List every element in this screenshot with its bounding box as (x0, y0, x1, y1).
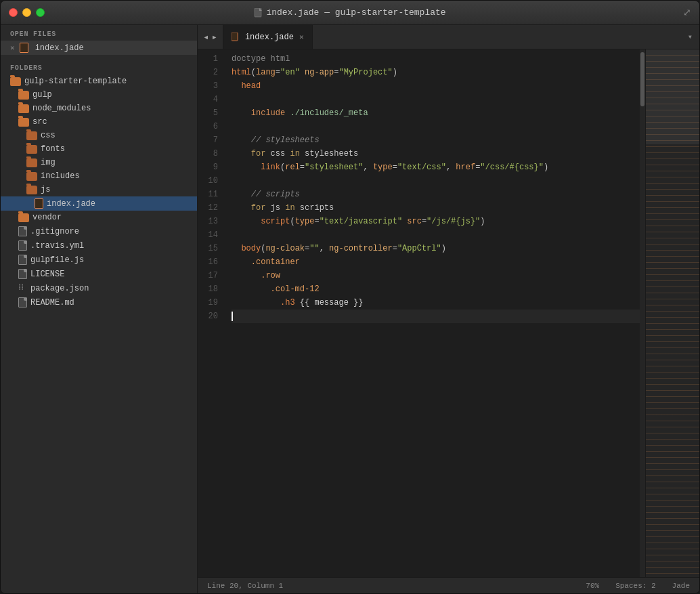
folder-root[interactable]: gulp-starter-template (1, 75, 197, 88)
folder-gulp[interactable]: gulp (1, 88, 197, 102)
code-editor[interactable]: doctype html html(lang="en" ng-app="MyPr… (225, 49, 640, 577)
tab-index-jade[interactable]: index.jade ✕ (223, 25, 313, 49)
pkg-icon: ⁞⁞ (18, 283, 27, 293)
folder-label: img (41, 158, 56, 167)
line-num: 7 (198, 133, 218, 147)
line-num: 2 (198, 66, 218, 79)
window-frame: index.jade — gulp-starter-template ⤢ OPE… (0, 0, 700, 594)
folder-label: js (41, 185, 50, 194)
line-num: 9 (198, 161, 218, 174)
file-index-jade[interactable]: index.jade (1, 196, 197, 211)
svg-rect-2 (232, 33, 238, 41)
code-line-3: head (232, 79, 640, 93)
file-license[interactable]: LICENSE (1, 267, 197, 281)
main-area: OPEN FILES ✕ index.jade FOLDERS gulp-sta… (1, 25, 699, 593)
minimap[interactable] (645, 49, 699, 577)
file-icon (18, 269, 27, 279)
code-line-19: .h3 {{ message }} (232, 296, 640, 310)
maximize-button[interactable] (36, 8, 45, 17)
folder-icon (18, 91, 29, 100)
folder-js[interactable]: js (1, 183, 197, 196)
file-icon (254, 8, 263, 18)
file-package-json[interactable]: ⁞⁞ package.json (1, 281, 197, 295)
file-label: .gitignore (30, 227, 79, 236)
code-line-14 (232, 228, 640, 242)
file-label: index.jade (47, 199, 95, 209)
status-bar: Line 20, Column 1 70% Spaces: 2 Jade (198, 577, 699, 593)
folders-section: FOLDERS gulp-starter-template gulp node_… (1, 59, 197, 310)
jade-file-icon (20, 43, 28, 53)
line-num: 16 (198, 255, 218, 269)
tab-right-arrow[interactable]: ▸ (211, 31, 217, 43)
folder-label: fonts (41, 144, 65, 154)
folder-src[interactable]: src (1, 115, 197, 129)
line-num: 15 (198, 242, 218, 255)
folder-icon (18, 213, 29, 222)
code-line-4 (232, 93, 640, 106)
cursor (232, 312, 233, 321)
code-line-12: for js in scripts (232, 201, 640, 215)
minimap-highlight (646, 49, 699, 144)
folder-label: node_modules (32, 104, 91, 113)
code-line-9: link(rel="stylesheet", type="text/css", … (232, 161, 640, 174)
line-num: 10 (198, 174, 218, 188)
file-readme[interactable]: README.md (1, 295, 197, 310)
line-num: 20 (198, 310, 218, 323)
line-num: 11 (198, 188, 218, 201)
folder-includes[interactable]: includes (1, 169, 197, 183)
file-icon (18, 297, 27, 307)
expand-button[interactable]: ⤢ (683, 7, 691, 18)
file-label: gulpfile.js (30, 255, 84, 265)
folder-icon (26, 172, 37, 181)
editor-scrollbar[interactable] (640, 49, 645, 577)
line-numbers: 1 2 3 4 5 6 7 8 9 10 11 12 13 14 (198, 49, 225, 577)
editor-content[interactable]: 1 2 3 4 5 6 7 8 9 10 11 12 13 14 (198, 49, 699, 577)
file-label: README.md (30, 298, 74, 307)
close-file-icon[interactable]: ✕ (10, 43, 15, 52)
line-num: 6 (198, 120, 218, 133)
folder-label: src (32, 117, 47, 127)
jade-file-icon (35, 198, 43, 209)
code-line-5: include ./includes/_meta (232, 106, 640, 120)
folder-node-modules[interactable]: node_modules (1, 102, 197, 115)
close-button[interactable] (9, 8, 18, 17)
tab-close-button[interactable]: ✕ (299, 33, 304, 41)
open-file-item[interactable]: ✕ index.jade (1, 41, 197, 55)
window-title: index.jade — gulp-starter-template (254, 7, 445, 18)
code-line-8: for css in stylesheets (232, 147, 640, 161)
line-num: 12 (198, 201, 218, 215)
file-icon (18, 240, 27, 251)
folder-fonts[interactable]: fonts (1, 142, 197, 156)
folder-label: includes (41, 171, 80, 181)
code-line-15: body(ng-cloak="", ng-controller="AppCtrl… (232, 242, 640, 255)
file-travis[interactable]: .travis.yml (1, 238, 197, 253)
code-line-2: html(lang="en" ng-app="MyProject") (232, 66, 640, 79)
folders-header: FOLDERS (1, 59, 197, 75)
folder-icon (26, 158, 37, 167)
code-line-13: script(type="text/javascript" src="/js/#… (232, 215, 640, 228)
line-num: 4 (198, 93, 218, 106)
spaces-setting: Spaces: 2 (615, 582, 655, 590)
folder-icon (26, 131, 37, 140)
file-gulpfile[interactable]: gulpfile.js (1, 253, 197, 267)
language-mode: Jade (672, 582, 690, 590)
scrollbar-thumb[interactable] (640, 52, 644, 106)
cursor-position: Line 20, Column 1 (207, 582, 283, 590)
minimize-button[interactable] (22, 8, 31, 17)
file-gitignore[interactable]: .gitignore (1, 224, 197, 238)
status-bar-right: 70% Spaces: 2 Jade (586, 582, 690, 590)
folder-css[interactable]: css (1, 129, 197, 142)
folder-label: css (41, 131, 56, 140)
folder-vendor[interactable]: vendor (1, 211, 197, 224)
tab-bar: ◂ ▸ index.jade ✕ ▾ (198, 25, 699, 49)
folder-label: gulp (32, 90, 52, 100)
tab-left-arrow[interactable]: ◂ (203, 31, 209, 43)
code-line-7: // stylesheets (232, 133, 640, 147)
code-line-17: .row (232, 269, 640, 282)
code-line-20 (232, 310, 640, 323)
file-icon (18, 226, 27, 236)
folder-img[interactable]: img (1, 156, 197, 169)
code-line-11: // scripts (232, 188, 640, 201)
tab-dropdown-button[interactable]: ▾ (681, 25, 699, 49)
folder-icon (26, 186, 37, 194)
